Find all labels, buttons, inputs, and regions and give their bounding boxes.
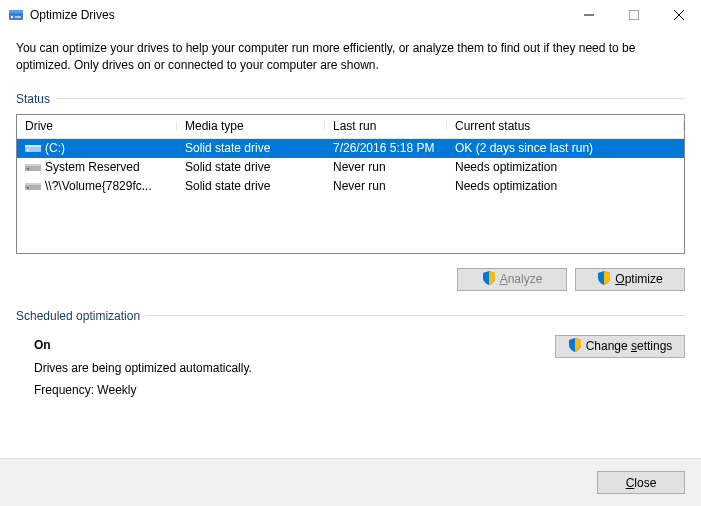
table-row[interactable]: System ReservedSolid state driveNever ru… (17, 158, 684, 177)
change-settings-label: Change settings (586, 339, 673, 353)
col-status[interactable]: Current status (447, 119, 684, 133)
list-header: Drive Media type Last run Current status (17, 115, 684, 139)
intro-text: You can optimize your drives to help you… (16, 40, 685, 74)
svg-rect-9 (25, 145, 41, 147)
svg-point-13 (27, 168, 29, 170)
scheduled-label-text: Scheduled optimization (16, 309, 140, 323)
divider (56, 98, 685, 99)
svg-rect-3 (15, 16, 21, 18)
table-row[interactable]: \\?\Volume{7829fc...Solid state driveNev… (17, 177, 684, 196)
cell-last: 7/26/2016 5:18 PM (325, 141, 447, 155)
drive-icon (25, 161, 41, 173)
cell-media: Solid state drive (177, 160, 325, 174)
svg-rect-1 (9, 10, 23, 13)
window-controls (566, 0, 701, 30)
svg-point-10 (27, 149, 29, 151)
schedule-info: On Drives are being optimized automatica… (34, 335, 555, 402)
cell-media: Solid state drive (177, 179, 325, 193)
optimize-button[interactable]: Optimize (575, 268, 685, 291)
drives-list[interactable]: Drive Media type Last run Current status… (16, 114, 685, 254)
col-media[interactable]: Media type (177, 119, 325, 133)
cell-status: Needs optimization (447, 179, 684, 193)
col-last[interactable]: Last run (325, 119, 447, 133)
window-title: Optimize Drives (30, 8, 566, 22)
status-label-text: Status (16, 92, 50, 106)
cell-drive: (C:) (45, 141, 65, 155)
table-row[interactable]: (C:)Solid state drive7/26/2016 5:18 PMOK… (17, 139, 684, 158)
svg-rect-12 (25, 164, 41, 166)
cell-media: Solid state drive (177, 141, 325, 155)
minimize-button[interactable] (566, 0, 611, 30)
close-button[interactable] (656, 0, 701, 30)
divider (146, 315, 685, 316)
cell-last: Never run (325, 179, 447, 193)
cell-drive: \\?\Volume{7829fc... (45, 179, 152, 193)
shield-icon (482, 271, 496, 288)
svg-point-16 (27, 187, 29, 189)
change-settings-button[interactable]: Change settings (555, 335, 685, 358)
scheduled-section-label: Scheduled optimization (16, 309, 685, 323)
bottom-bar: Close (0, 458, 701, 506)
close-dialog-button[interactable]: Close (597, 471, 685, 494)
cell-status: Needs optimization (447, 160, 684, 174)
analyze-button[interactable]: Analyze (457, 268, 567, 291)
maximize-button[interactable] (611, 0, 656, 30)
svg-rect-5 (629, 11, 638, 20)
status-section-label: Status (16, 92, 685, 106)
drive-icon (25, 180, 41, 192)
drive-icon (25, 142, 41, 154)
col-drive[interactable]: Drive (17, 119, 177, 133)
svg-point-2 (11, 16, 13, 18)
shield-icon (597, 271, 611, 288)
action-buttons: Analyze Optimize (16, 268, 685, 291)
schedule-line2: Frequency: Weekly (34, 380, 555, 402)
titlebar: Optimize Drives (0, 0, 701, 30)
app-icon (8, 7, 24, 23)
svg-rect-15 (25, 183, 41, 185)
schedule-line1: Drives are being optimized automatically… (34, 358, 555, 380)
analyze-label: Analyze (500, 272, 543, 286)
close-label: Close (626, 476, 657, 490)
schedule-state: On (34, 335, 555, 357)
cell-drive: System Reserved (45, 160, 140, 174)
optimize-label: Optimize (615, 272, 662, 286)
cell-last: Never run (325, 160, 447, 174)
cell-status: OK (2 days since last run) (447, 141, 684, 155)
shield-icon (568, 338, 582, 355)
